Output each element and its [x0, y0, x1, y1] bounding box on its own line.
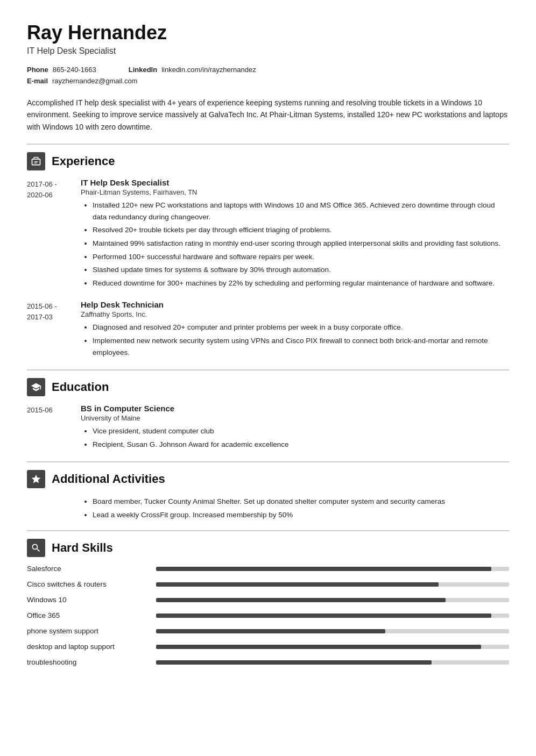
skill-bar-bg — [156, 645, 509, 649]
list-item: Lead a weekly CrossFit group. Increased … — [93, 509, 509, 521]
contact-row-1: Phone 865-240-1663 LinkedIn linkedin.com… — [27, 66, 509, 74]
linkedin-label: LinkedIn — [129, 66, 157, 74]
skill-bar-fill — [156, 582, 439, 587]
activities-title: Additional Activities — [52, 472, 165, 486]
skills-icon — [27, 539, 45, 557]
entry-degree: BS in Computer Science — [81, 404, 509, 413]
skill-row: troubleshooting — [27, 658, 509, 666]
candidate-name: Ray Hernandez — [27, 22, 509, 44]
list-item: Performed 100+ successful hardware and s… — [93, 251, 509, 263]
list-item: Recipient, Susan G. Johnson Award for ac… — [93, 439, 509, 451]
entry-school: University of Maine — [81, 414, 509, 422]
summary-text: Accomplished IT help desk specialist wit… — [27, 97, 509, 133]
list-item: Slashed update times for systems & softw… — [93, 264, 509, 276]
skill-name: Office 365 — [27, 611, 156, 619]
activities-section-header: Additional Activities — [27, 461, 509, 488]
education-entry: 2015-06BS in Computer ScienceUniversity … — [27, 404, 509, 452]
experience-entry: 2015-06 - 2017-03Help Desk TechnicianZaf… — [27, 300, 509, 360]
list-item: Diagnosed and resolved 20+ computer and … — [93, 322, 509, 333]
skills-title: Hard Skills — [52, 541, 113, 555]
skill-bar-fill — [156, 660, 432, 665]
phone-contact: Phone 865-240-1663 — [27, 66, 96, 74]
skill-name: desktop and laptop support — [27, 643, 156, 651]
skill-name: Windows 10 — [27, 596, 156, 604]
skill-row: Office 365 — [27, 611, 509, 619]
experience-entries: 2017-06 - 2020-06IT Help Desk Specialist… — [27, 178, 509, 360]
skill-bar-bg — [156, 629, 509, 633]
entry-content: Help Desk TechnicianZaffnathy Sports, In… — [81, 300, 509, 360]
email-label: E-mail — [27, 77, 48, 85]
skill-bar-fill — [156, 645, 481, 649]
skill-row: Salesforce — [27, 565, 509, 573]
education-title: Education — [52, 380, 109, 394]
experience-entry: 2017-06 - 2020-06IT Help Desk Specialist… — [27, 178, 509, 290]
linkedin-value: linkedin.com/in/rayzhernandez — [161, 66, 256, 74]
experience-title: Experience — [52, 154, 115, 168]
skills-list: SalesforceCisco switches & routersWindow… — [27, 565, 509, 666]
skills-section-header: Hard Skills — [27, 530, 509, 557]
experience-icon — [27, 152, 45, 170]
entry-content: IT Help Desk SpecialistPhair-Litman Syst… — [81, 178, 509, 290]
skill-bar-bg — [156, 614, 509, 618]
skill-bar-bg — [156, 567, 509, 571]
list-item: Implemented new network security system … — [93, 335, 509, 358]
entry-bullets: Installed 120+ new PC workstations and l… — [81, 199, 509, 289]
education-entries: 2015-06BS in Computer ScienceUniversity … — [27, 404, 509, 452]
svg-rect-1 — [34, 163, 37, 163]
list-item: Maintained 99% satisfaction rating in mo… — [93, 238, 509, 249]
entry-company: Zaffnathy Sports, Inc. — [81, 310, 509, 318]
skill-bar-fill — [156, 598, 446, 602]
entry-date: 2017-06 - 2020-06 — [27, 178, 81, 290]
skill-row: phone system support — [27, 627, 509, 635]
list-item: Installed 120+ new PC workstations and l… — [93, 199, 509, 223]
entry-bullets: Diagnosed and resolved 20+ computer and … — [81, 322, 509, 358]
entry-date: 2015-06 — [27, 404, 81, 452]
list-item: Reduced downtime for 300+ machines by 22… — [93, 277, 509, 289]
activities-bullet-list: Board member, Tucker County Animal Shelt… — [81, 496, 509, 520]
entry-bullets: Vice president, student computer clubRec… — [81, 425, 509, 450]
entry-job-title: Help Desk Technician — [81, 300, 509, 309]
skill-bar-fill — [156, 614, 491, 618]
education-section-header: Education — [27, 369, 509, 396]
skill-bar-bg — [156, 660, 509, 665]
entry-company: Phair-Litman Systems, Fairhaven, TN — [81, 188, 509, 196]
entry-content: BS in Computer ScienceUniversity of Main… — [81, 404, 509, 452]
list-item: Vice president, student computer club — [93, 425, 509, 437]
entry-date: 2015-06 - 2017-03 — [27, 300, 81, 360]
skill-row: Cisco switches & routers — [27, 580, 509, 588]
candidate-title: IT Help Desk Specialist — [27, 46, 509, 56]
phone-label: Phone — [27, 66, 48, 74]
contact-row-2: E-mail rayzhernandez@gmail.com — [27, 77, 509, 85]
skill-bar-bg — [156, 582, 509, 587]
activities-list: Board member, Tucker County Animal Shelt… — [81, 496, 509, 520]
list-item: Board member, Tucker County Animal Shelt… — [93, 496, 509, 508]
skill-name: Salesforce — [27, 565, 156, 573]
email-value: rayzhernandez@gmail.com — [52, 77, 137, 85]
skill-name: troubleshooting — [27, 658, 156, 666]
activities-icon — [27, 470, 45, 488]
skill-bar-fill — [156, 567, 491, 571]
list-item: Resolved 20+ trouble tickets per day thr… — [93, 224, 509, 236]
education-icon — [27, 378, 45, 396]
skill-row: desktop and laptop support — [27, 643, 509, 651]
svg-rect-0 — [34, 161, 38, 162]
skill-row: Windows 10 — [27, 596, 509, 604]
skill-name: phone system support — [27, 627, 156, 635]
skill-name: Cisco switches & routers — [27, 580, 156, 588]
skill-bar-bg — [156, 598, 509, 602]
linkedin-contact: LinkedIn linkedin.com/in/rayzhernandez — [129, 66, 256, 74]
entry-job-title: IT Help Desk Specialist — [81, 178, 509, 187]
email-contact: E-mail rayzhernandez@gmail.com — [27, 77, 137, 85]
experience-section-header: Experience — [27, 144, 509, 170]
skill-bar-fill — [156, 629, 385, 633]
phone-value: 865-240-1663 — [53, 66, 96, 74]
